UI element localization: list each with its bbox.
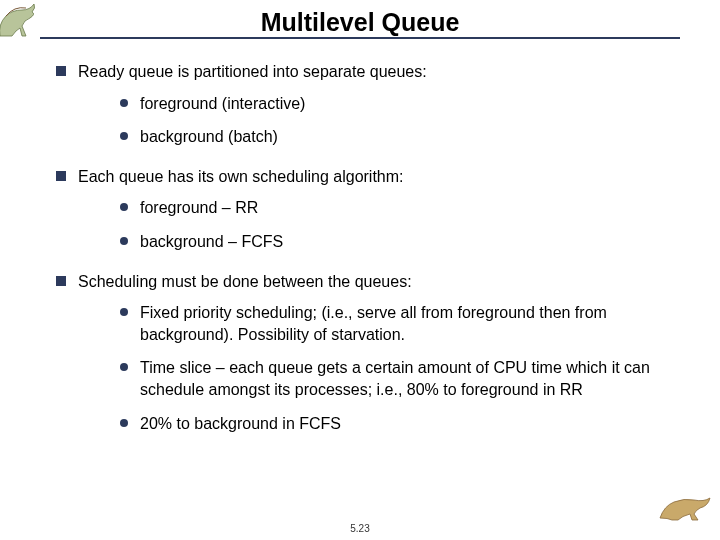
slide: Multilevel Queue Ready queue is partitio… (0, 0, 720, 540)
list-text: Time slice – each queue gets a certain a… (140, 359, 650, 398)
header: Multilevel Queue (40, 8, 680, 39)
slide-number: 5.23 (0, 523, 720, 534)
list-text: 20% to background in FCFS (140, 415, 341, 432)
list-text: foreground – RR (140, 199, 258, 216)
list-item: background (batch) (120, 126, 680, 148)
dinosaur-icon (656, 484, 716, 524)
list-item: foreground (interactive) (120, 93, 680, 115)
list-text: Each queue has its own scheduling algori… (78, 168, 404, 185)
bullet-list-level2: foreground (interactive) background (bat… (78, 93, 680, 148)
list-text: background – FCFS (140, 233, 283, 250)
list-text: Fixed priority scheduling; (i.e., serve … (140, 304, 607, 343)
list-item: background – FCFS (120, 231, 680, 253)
list-item: Ready queue is partitioned into separate… (56, 61, 680, 148)
list-item: Scheduling must be done between the queu… (56, 271, 680, 435)
list-item: Fixed priority scheduling; (i.e., serve … (120, 302, 680, 345)
page-title: Multilevel Queue (257, 8, 464, 39)
list-item: Each queue has its own scheduling algori… (56, 166, 680, 253)
content: Ready queue is partitioned into separate… (40, 61, 680, 434)
list-text: Scheduling must be done between the queu… (78, 273, 412, 290)
list-text: foreground (interactive) (140, 95, 305, 112)
list-item: foreground – RR (120, 197, 680, 219)
bullet-list-level2: foreground – RR background – FCFS (78, 197, 680, 252)
list-item: 20% to background in FCFS (120, 413, 680, 435)
list-text: Ready queue is partitioned into separate… (78, 63, 427, 80)
bullet-list-level2: Fixed priority scheduling; (i.e., serve … (78, 302, 680, 434)
bullet-list-level1: Ready queue is partitioned into separate… (40, 61, 680, 434)
list-item: Time slice – each queue gets a certain a… (120, 357, 680, 400)
list-text: background (batch) (140, 128, 278, 145)
